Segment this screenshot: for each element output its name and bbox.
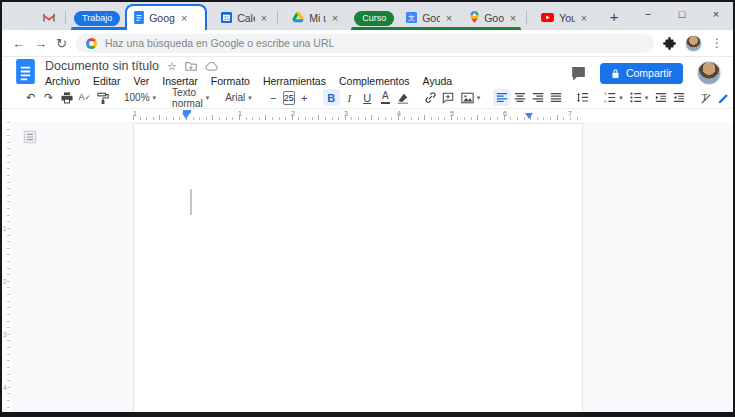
font-select[interactable]: Arial ▾ [222,89,255,106]
text-color-button[interactable]: A [377,89,394,106]
address-bar[interactable] [76,34,654,53]
close-window-button[interactable]: × [699,2,733,26]
redo-icon[interactable]: ↷ [40,89,57,106]
ruler-number: 1 [238,110,242,117]
align-left-button[interactable] [493,89,510,106]
right-indent-marker[interactable] [525,113,533,119]
tab-youtube[interactable]: You × [534,6,594,30]
zoom-select[interactable]: 100% ▾ [121,89,159,106]
tab-google-calendar[interactable]: 31 Cale × [214,6,274,30]
ruler-number: 4 [397,110,401,117]
editing-mode-button[interactable]: ▾ [715,89,733,106]
browser-navbar: ← → ↻ ⋮ [2,30,733,57]
google-calendar-icon: 31 [221,12,232,25]
italic-button[interactable]: I [341,89,358,106]
increase-indent-button[interactable] [670,89,687,106]
pinned-tab-gmail[interactable] [36,6,62,30]
tab-title: Goo [484,12,504,24]
font-size-decrease-button[interactable]: − [265,89,282,106]
tab-group-label-curso[interactable]: Curso [354,11,394,26]
reload-icon[interactable]: ↻ [56,36,67,51]
print-icon[interactable] [58,89,75,106]
paragraph-style-select[interactable]: Texto normal ▾ [169,89,212,106]
close-icon[interactable]: × [581,12,587,24]
bulleted-list-button[interactable]: ▾ [627,89,652,106]
ruler-ticks-major [133,115,583,120]
comment-history-icon[interactable] [571,66,586,80]
tab-google-translate[interactable]: 文 Goo × [399,6,459,30]
back-icon[interactable]: ← [12,36,25,51]
browser-profile-avatar[interactable] [685,35,702,52]
text-cursor [190,189,192,215]
address-input[interactable] [105,37,644,49]
font-value: Arial [225,92,245,103]
underline-button[interactable]: U [359,89,376,106]
vertical-ruler[interactable]: 1 2 3 4 [2,122,11,412]
tab-title: Goog [149,12,175,24]
tab-group-label-trabajo[interactable]: Trabajo [74,11,120,26]
paint-format-icon[interactable] [94,89,111,106]
bold-button[interactable]: B [323,89,340,106]
svg-text:文: 文 [408,14,415,22]
forward-icon[interactable]: → [34,36,47,51]
move-folder-icon[interactable] [185,61,197,71]
align-justify-button[interactable] [547,89,564,106]
decrease-indent-button[interactable] [652,89,669,106]
font-size-input[interactable]: 25 [283,91,295,105]
close-icon[interactable]: × [181,12,187,24]
clear-formatting-icon[interactable]: T [697,89,714,106]
document-page[interactable] [133,123,583,412]
share-button[interactable]: Compartir [600,63,683,84]
menu-ver[interactable]: Ver [133,75,149,87]
highlight-color-icon[interactable] [395,89,412,106]
star-icon[interactable]: ☆ [167,60,177,73]
docs-header: Documento sin título ☆ Archivo Editar Ve… [2,57,733,87]
menu-archivo[interactable]: Archivo [45,75,80,87]
menu-herramientas[interactable]: Herramientas [263,75,326,87]
align-center-button[interactable] [511,89,528,106]
tab-google-maps[interactable]: Goo × [463,6,523,30]
close-icon[interactable]: × [446,12,452,24]
menu-complementos[interactable]: Complementos [339,75,410,87]
google-drive-icon [292,12,304,25]
tab-group-trabajo: Trabajo Goog × [69,2,207,30]
menu-ayuda[interactable]: Ayuda [423,75,453,87]
horizontal-ruler[interactable]: 1 1 2 3 4 5 6 7 [2,109,733,122]
cloud-saved-icon[interactable] [205,62,218,71]
maximize-button[interactable]: □ [665,2,699,26]
chevron-down-icon: ▾ [645,94,649,102]
document-title[interactable]: Documento sin título [45,59,159,73]
extensions-puzzle-icon[interactable] [663,37,676,50]
tab-title: Goo [422,12,440,24]
browser-menu-icon[interactable]: ⋮ [711,36,723,50]
close-icon[interactable]: × [332,12,338,24]
insert-image-button[interactable]: ▾ [458,89,484,106]
ruler-number: 1 [133,110,137,117]
document-outline-icon[interactable] [23,130,37,148]
tab-google-docs[interactable]: Goog × [125,4,207,30]
left-indent-marker[interactable] [182,113,190,119]
minimize-button[interactable]: − [631,2,665,26]
style-value: Texto normal [172,87,203,109]
undo-icon[interactable]: ↶ [22,89,39,106]
text-color-bar [381,102,390,104]
docs-profile-avatar[interactable] [697,61,721,85]
new-tab-button[interactable]: + [602,4,626,28]
menu-formato[interactable]: Formato [211,75,250,87]
tab-google-drive[interactable]: Mi u × [285,6,345,30]
spellcheck-icon[interactable]: A✓ [76,89,93,106]
menu-insertar[interactable]: Insertar [162,75,198,87]
close-icon[interactable]: × [261,12,267,24]
numbered-list-button[interactable]: 1.2. ▾ [601,89,626,106]
font-size-increase-button[interactable]: + [296,89,313,106]
menu-editar[interactable]: Editar [93,75,120,87]
google-maps-icon [470,11,479,25]
close-icon[interactable]: × [510,12,516,24]
align-right-button[interactable] [529,89,546,106]
tab-group-curso: Curso 文 Goo × Goo × [349,2,523,30]
google-docs-logo[interactable] [16,59,35,88]
svg-text:1.: 1. [604,92,608,96]
insert-link-icon[interactable] [422,89,439,106]
line-spacing-icon[interactable] [574,89,591,106]
add-comment-icon[interactable] [440,89,457,106]
